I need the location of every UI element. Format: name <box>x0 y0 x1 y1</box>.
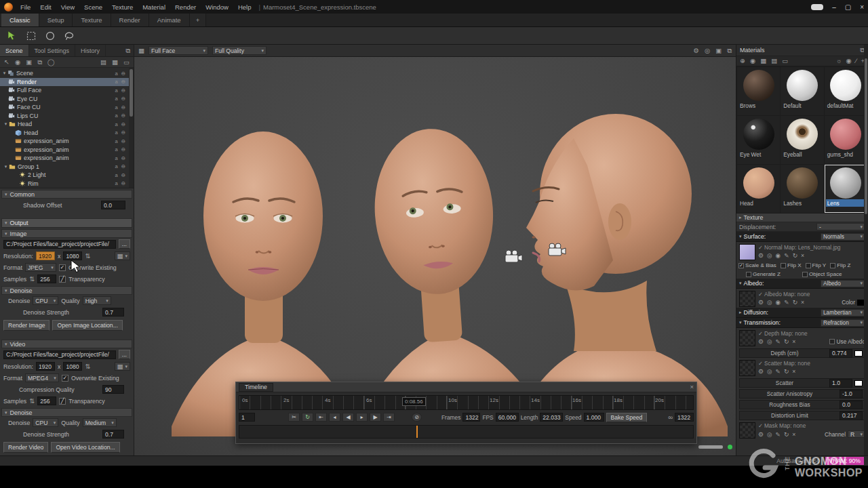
map-search-icon[interactable]: ◎ <box>767 299 772 306</box>
add-light-icon[interactable]: ◉ <box>15 59 20 66</box>
visibility-icon[interactable]: ⊖ <box>121 104 125 110</box>
material-item[interactable]: Lashes <box>781 165 823 213</box>
lock-icon[interactable]: a <box>115 121 118 127</box>
go-to-start-button[interactable]: ⇤ <box>315 413 327 422</box>
trash-icon[interactable]: ▭ <box>782 58 788 64</box>
material-item[interactable]: Eyeball <box>781 116 823 164</box>
map-reload-icon[interactable]: ↻ <box>784 431 789 438</box>
lock-icon[interactable]: a <box>115 87 118 94</box>
horizontal-scrollbar[interactable] <box>698 445 723 449</box>
material-item[interactable]: Head <box>737 165 780 213</box>
section-video[interactable]: ▾ Video <box>1 340 132 348</box>
transparency-checkbox[interactable]: ╱ <box>59 398 66 405</box>
visibility-icon[interactable]: ⊖ <box>121 155 125 161</box>
stepper-icon[interactable]: ⇅ <box>29 398 35 405</box>
map-edit-icon[interactable]: ✎ <box>776 338 781 345</box>
depth-field[interactable]: 0.774 <box>829 349 852 358</box>
viewport-popout-icon[interactable]: ⧉ <box>727 47 732 54</box>
albedo-type-dropdown[interactable]: Albedo▾ <box>821 280 865 287</box>
visibility-icon[interactable]: ⊖ <box>121 180 125 186</box>
open-image-location-button[interactable]: Open Image Location... <box>52 320 122 331</box>
step-forward-button[interactable]: ▸ <box>356 413 368 422</box>
denoise-strength-field[interactable]: 0.7 <box>102 308 124 317</box>
tree-row-selected[interactable]: Render a⊖ <box>0 78 134 87</box>
lock-icon[interactable]: a <box>115 70 118 77</box>
video-format-dropdown[interactable]: MPEG4▾ <box>25 373 59 382</box>
transmission-type-dropdown[interactable]: Refraction▾ <box>821 319 865 327</box>
map-search-icon[interactable]: ◎ <box>767 368 772 375</box>
playhead[interactable] <box>416 426 418 438</box>
viewport[interactable]: ▦ Full Face▾ Full Quality▾ ⚙ ◎ ▣ ⧉ <box>134 45 736 455</box>
diffusion-type-dropdown[interactable]: Lambertian▾ <box>821 309 865 317</box>
video-path-input[interactable] <box>3 350 116 359</box>
normal-map-thumbnail[interactable] <box>739 244 755 260</box>
menu-texture[interactable]: Texture <box>107 3 138 11</box>
material-item[interactable]: Eye Wet <box>737 116 780 164</box>
object-space-checkbox[interactable] <box>802 272 808 277</box>
scatter-field[interactable]: 1.0 <box>829 379 852 388</box>
anisotropy-field[interactable]: -1.0 <box>840 390 863 399</box>
map-preview-icon[interactable]: ◉ <box>776 252 781 259</box>
material-item[interactable]: Default <box>781 67 823 115</box>
use-albedo-checkbox[interactable] <box>829 339 835 344</box>
map-clear-icon[interactable]: × <box>792 368 795 375</box>
depth-slider-row[interactable]: Depth (cm) 0.774 <box>739 348 865 358</box>
menu-scene[interactable]: Scene <box>79 3 107 11</box>
menu-render[interactable]: Render <box>170 3 201 11</box>
expander-icon[interactable]: ▾ <box>1 70 7 76</box>
select-cursor-icon[interactable] <box>6 30 18 41</box>
visibility-icon[interactable]: ⊖ <box>121 146 125 152</box>
menu-material[interactable]: Material <box>138 3 170 11</box>
lock-icon[interactable]: a <box>115 104 118 110</box>
fps-field[interactable]: 60.000 <box>496 413 519 422</box>
length-field[interactable]: 22.033 <box>540 413 563 422</box>
visibility-icon[interactable]: ⊖ <box>121 87 125 94</box>
go-to-end-button[interactable]: ⇥ <box>383 413 395 422</box>
camera-dropdown[interactable]: Full Face▾ <box>149 46 208 55</box>
lock-icon[interactable]: a <box>115 155 118 161</box>
resolution-preset-dropdown[interactable]: ▦▾ <box>115 251 131 260</box>
lock-icon[interactable]: a <box>115 79 118 85</box>
video-height-field[interactable]: 1080 <box>63 362 82 371</box>
tree-row[interactable]: expression_anim a⊖ <box>0 137 134 146</box>
material-sphere-icon[interactable]: ◉ <box>750 58 755 64</box>
image-width-field[interactable]: 1920 <box>36 251 55 260</box>
ellipse-select-icon[interactable] <box>44 30 56 41</box>
quality-dropdown[interactable]: Full Quality▾ <box>212 46 267 55</box>
lock-icon[interactable]: a <box>115 163 118 169</box>
lock-icon[interactable]: a <box>115 180 118 186</box>
loop-toggle-button[interactable]: ↻ <box>302 413 313 422</box>
map-edit-icon[interactable]: ✎ <box>784 299 789 306</box>
tree-row[interactable]: Rim a⊖ <box>0 180 134 188</box>
distortion-limit-field[interactable]: 0.217 <box>840 411 863 420</box>
map-reload-icon[interactable]: ↻ <box>793 299 797 306</box>
map-reload-icon[interactable]: ↻ <box>784 368 789 375</box>
image-path-input[interactable] <box>3 240 116 249</box>
folder-icon[interactable]: ▤ <box>100 59 106 66</box>
roughness-bias-field[interactable]: 0.0 <box>840 401 863 409</box>
section-common[interactable]: ▾ Common <box>1 190 132 199</box>
map-reload-icon[interactable]: ↻ <box>784 338 789 345</box>
section-surface[interactable]: ▾ Surface: Normals▾ <box>736 232 868 242</box>
visibility-icon[interactable]: ⊖ <box>121 70 125 77</box>
viewport-focus-icon[interactable]: ◎ <box>705 47 710 54</box>
material-item[interactable]: Brows <box>737 67 780 115</box>
marquee-select-icon[interactable] <box>25 30 37 41</box>
checker-view-icon[interactable]: ▦ <box>760 58 766 64</box>
anisotropy-slider-row[interactable]: Scatter Anisotropy -1.0 <box>739 389 865 399</box>
window-close-icon[interactable]: × <box>860 3 864 11</box>
section-albedo[interactable]: ▾ Albedo: Albedo▾ <box>736 279 868 289</box>
scatter-map-thumbnail[interactable] <box>739 360 755 376</box>
titlebar-widget[interactable] <box>811 4 823 10</box>
expander-icon[interactable]: ▾ <box>3 164 9 169</box>
window-maximize-icon[interactable]: ▢ <box>845 3 851 11</box>
tree-row[interactable]: ▾ Group 1 a⊖ <box>0 163 134 171</box>
tree-row[interactable]: Head a⊖ <box>0 129 134 138</box>
mask-map-thumbnail[interactable] <box>739 422 755 439</box>
timeline-header[interactable]: Timeline × <box>236 382 696 392</box>
map-settings-icon[interactable]: ⚙ <box>758 431 764 438</box>
flip-y-checkbox[interactable] <box>806 263 811 268</box>
lock-icon[interactable]: a <box>115 172 118 178</box>
zoom-out-icon[interactable]: ∕ <box>856 58 857 64</box>
distortion-slider-row[interactable]: Distortion Limit 0.217 <box>739 411 865 420</box>
